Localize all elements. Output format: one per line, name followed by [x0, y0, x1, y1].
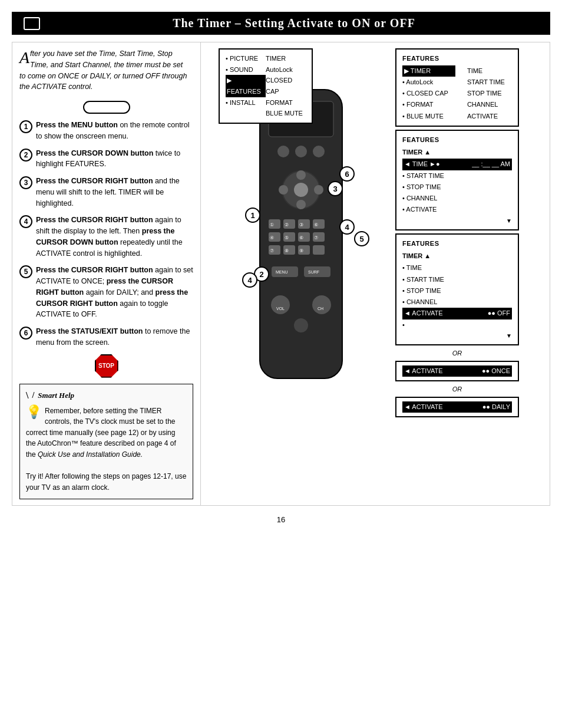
step-6-text: Press the STATUS/EXIT button to remove t…: [36, 326, 193, 348]
overlay-step-6: 6: [339, 166, 355, 182]
right-osd-panels: FEATURES ▶ TIMERTIME • AutoLockSTART TIM…: [395, 48, 519, 417]
overlay-step-4b: 4: [242, 272, 257, 288]
osd2-grid: ▶ TIMERTIME • AutoLockSTART TIME • CLOSE…: [402, 65, 512, 122]
title-bar: The Timer – Setting Activate to ON or OF…: [12, 12, 550, 35]
drop-cap: A: [19, 50, 29, 66]
svg-text:②: ②: [285, 222, 289, 228]
svg-point-6: [296, 170, 306, 180]
svg-text:MENU: MENU: [276, 270, 288, 274]
smart-help-title: / Smart Help: [26, 390, 187, 401]
activate-once-panel: ◄ ACTIVATE ●● ONCE: [395, 361, 519, 381]
osd4-items: • TIME • START TIME • STOP TIME • CHANNE…: [402, 262, 512, 341]
left-column: After you have set the Time, Start Time,…: [12, 42, 201, 505]
step-6-number: 6: [19, 327, 32, 340]
step-1-number: 1: [19, 120, 32, 133]
svg-text:VOL: VOL: [276, 307, 285, 311]
osd-panel-1: • PICTURETIMER • SOUNDAutoLock ▶ FEATURE…: [219, 48, 313, 124]
svg-text:⑤: ⑤: [285, 235, 289, 241]
intro-text: After you have set the Time, Start Time,…: [19, 48, 193, 93]
svg-text:CH: CH: [318, 307, 323, 311]
svg-point-8: [279, 185, 288, 195]
step-5-number: 5: [19, 265, 32, 278]
svg-point-7: [296, 200, 306, 209]
step-2-text: Press the CURSOR DOWN button twice to hi…: [36, 148, 193, 170]
step-4-text: Press the CURSOR RIGHT button again to s…: [36, 215, 193, 259]
smart-help-body: 💡 Remember, before setting the TIMER con…: [26, 406, 187, 493]
diagonal-icon: /: [32, 391, 34, 400]
osd-panel-2: FEATURES ▶ TIMERTIME • AutoLockSTART TIM…: [395, 48, 519, 127]
svg-text:⑦: ⑦: [270, 248, 274, 253]
svg-text:④: ④: [270, 235, 274, 241]
step-3: 3 Press the CURSOR RIGHT button and the …: [19, 176, 193, 209]
intro-body: fter you have set the Time, Start Time, …: [19, 50, 187, 91]
overlay-step-3: 3: [328, 181, 343, 196]
svg-text:⑥: ⑥: [299, 235, 303, 241]
page-number: 16: [12, 515, 550, 524]
svg-point-2: [277, 146, 289, 157]
step-3-number: 3: [19, 176, 32, 189]
svg-text:⑦: ⑦: [314, 235, 318, 241]
svg-point-27: [294, 318, 308, 332]
osd1-row1: • PICTURETIMER • SOUNDAutoLock ▶ FEATURE…: [226, 53, 306, 119]
step-5: 5 Press the CURSOR RIGHT button again to…: [19, 265, 193, 320]
or-label-1: OR: [395, 350, 519, 357]
osd3-items: ◄ TIME ►● __ :__ __ AM • START TIME • ST…: [402, 159, 512, 226]
svg-text:①: ①: [270, 222, 274, 228]
osd3-subheader: TIMER ▲: [402, 147, 512, 158]
step-1-text: Press the MENU button on the remote cont…: [36, 120, 193, 142]
step-1: 1 Press the MENU button on the remote co…: [19, 120, 193, 142]
step-2: 2 Press the CURSOR DOWN button twice to …: [19, 148, 193, 170]
step-6: 6 Press the STATUS/EXIT button to remove…: [19, 326, 193, 348]
svg-point-3: [295, 146, 307, 157]
osd-panel-4: FEATURES TIMER ▲ • TIME • START TIME • S…: [395, 233, 519, 345]
right-column: • PICTURETIMER • SOUNDAutoLock ▶ FEATURE…: [207, 42, 550, 505]
smart-help-box: / Smart Help 💡 Remember, before setting …: [19, 384, 193, 500]
svg-point-4: [313, 146, 325, 157]
osd4-header: FEATURES: [402, 238, 512, 249]
svg-text:SURF: SURF: [308, 270, 319, 274]
overlay-step-4: 4: [339, 219, 355, 235]
remote-button-illustration: [83, 101, 130, 114]
svg-point-26: [312, 295, 331, 314]
top-section: • PICTURETIMER • SOUNDAutoLock ▶ FEATURE…: [213, 48, 544, 417]
remote-image-area: • PICTURETIMER • SOUNDAutoLock ▶ FEATURE…: [213, 48, 389, 392]
stop-sign: STOP: [95, 354, 118, 378]
step-4: 4 Press the CURSOR RIGHT button again to…: [19, 215, 193, 259]
step-3-text: Press the CURSOR RIGHT button and the me…: [36, 176, 193, 209]
svg-point-10: [294, 183, 308, 197]
osd3-header: FEATURES: [402, 134, 512, 146]
osd-panel-3: FEATURES TIMER ▲ ◄ TIME ►● __ :__ __ AM …: [395, 130, 519, 230]
svg-text:③: ③: [299, 222, 303, 228]
osd2-header: FEATURES: [402, 53, 512, 64]
steps-list: 1 Press the MENU button on the remote co…: [19, 120, 193, 348]
svg-text:⑨: ⑨: [299, 248, 303, 253]
step-4-number: 4: [19, 215, 32, 228]
page-title: The Timer – Setting Activate to ON or OF…: [49, 17, 538, 30]
overlay-step-5: 5: [354, 231, 369, 246]
step-5-text: Press the CURSOR RIGHT button again to s…: [36, 265, 193, 320]
step-2-number: 2: [19, 149, 32, 162]
main-content: After you have set the Time, Start Time,…: [12, 42, 550, 506]
lightbulb-icon: 💡: [26, 406, 42, 419]
activate-daily-panel: ◄ ACTIVATE ●● DAILY: [395, 397, 519, 417]
osd4-subheader: TIMER ▲: [402, 251, 512, 262]
svg-point-25: [271, 295, 290, 314]
svg-text:⑥: ⑥: [314, 222, 318, 228]
svg-rect-22: [313, 245, 325, 255]
svg-point-9: [314, 185, 323, 195]
or-label-2: OR: [395, 386, 519, 393]
title-icon: [24, 17, 40, 30]
svg-text:⑧: ⑧: [285, 248, 289, 253]
overlay-step-1: 1: [245, 207, 260, 223]
